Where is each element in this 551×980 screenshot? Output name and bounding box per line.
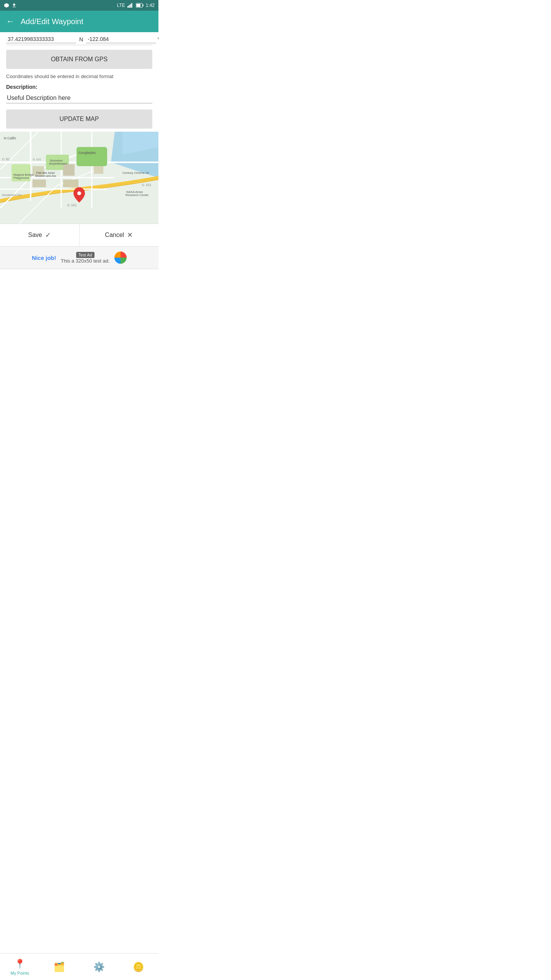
svg-text:Museum and Zoo: Museum and Zoo	[35, 175, 56, 177]
status-bar-right: LTE 1:42	[117, 3, 155, 8]
latitude-input[interactable]	[6, 35, 76, 43]
app-header: ← Add/Edit Waypoint	[0, 11, 158, 32]
status-bar-left	[4, 3, 17, 8]
ad-test-label: Test Ad	[76, 252, 95, 258]
svg-rect-1	[129, 5, 130, 8]
cancel-button[interactable]: Cancel ✕	[80, 224, 159, 246]
clock: 1:42	[146, 3, 155, 8]
svg-rect-2	[130, 4, 131, 8]
coord-hint-text: Coordinates should be entered in decimal…	[6, 74, 152, 79]
ad-nice-text: Nice job!	[32, 255, 56, 261]
ad-content: Nice job! Test Ad This a 320x50 test ad.	[27, 252, 131, 264]
close-icon: ✕	[127, 231, 133, 239]
svg-text:⊙ 101: ⊙ 101	[142, 183, 152, 187]
svg-text:Century Cinema 16: Century Cinema 16	[122, 171, 149, 175]
svg-rect-21	[63, 180, 78, 187]
svg-text:Middlefield Rd: Middlefield Rd	[2, 193, 21, 197]
checkmark-icon: ✓	[45, 231, 51, 239]
svg-text:Amphitheatre: Amphitheatre	[49, 162, 67, 165]
svg-rect-20	[94, 166, 103, 174]
svg-text:Palo Alto Junior: Palo Alto Junior	[36, 172, 55, 174]
back-button[interactable]: ←	[6, 16, 15, 26]
status-bar: LTE 1:42	[0, 0, 158, 11]
download-icon	[11, 3, 17, 8]
save-label: Save	[28, 232, 42, 238]
svg-rect-5	[142, 4, 143, 6]
battery-icon	[136, 3, 143, 8]
svg-rect-19	[63, 164, 75, 176]
network-type: LTE	[117, 3, 125, 8]
signal-icon	[127, 3, 134, 8]
coordinate-row: N W	[6, 35, 152, 45]
obtain-gps-button[interactable]: OBTAIN FROM GPS	[6, 50, 152, 69]
lon-direction: W	[158, 36, 158, 42]
svg-rect-16	[77, 147, 107, 166]
svg-text:Playground: Playground	[13, 176, 29, 180]
update-map-button[interactable]: UPDATE MAP	[6, 109, 152, 129]
svg-rect-18	[33, 180, 46, 187]
map-svg: Magical Bridge Playground Shoreline Amph…	[0, 132, 158, 224]
ad-logo-icon	[114, 252, 127, 264]
svg-text:N Califo: N Califo	[4, 136, 16, 140]
svg-text:Googleplex: Googleplex	[78, 151, 96, 155]
svg-rect-3	[131, 3, 132, 8]
save-button[interactable]: Save ✓	[0, 224, 80, 246]
map-view[interactable]: Magical Bridge Playground Shoreline Amph…	[0, 132, 158, 224]
svg-point-39	[77, 191, 81, 195]
longitude-input[interactable]	[86, 35, 156, 43]
svg-text:Research Center: Research Center	[126, 193, 149, 197]
cancel-label: Cancel	[105, 232, 124, 238]
description-label: Description:	[6, 84, 152, 90]
svg-text:⊙ 101: ⊙ 101	[33, 158, 41, 161]
svg-rect-6	[136, 4, 140, 7]
action-row: Save ✓ Cancel ✕	[0, 224, 158, 246]
description-input[interactable]	[6, 93, 152, 103]
svg-text:⊙ 82: ⊙ 82	[2, 157, 10, 161]
ad-banner[interactable]: Nice job! Test Ad This a 320x50 test ad.	[0, 246, 158, 269]
notification-icon	[4, 3, 9, 8]
svg-text:⊙ 101: ⊙ 101	[67, 203, 77, 207]
main-content: N W OBTAIN FROM GPS Coordinates should b…	[0, 32, 158, 132]
ad-test-text: This a 320x50 test ad.	[61, 258, 110, 264]
page-title: Add/Edit Waypoint	[21, 17, 83, 26]
lat-direction: N	[78, 36, 85, 42]
svg-rect-0	[127, 6, 129, 8]
